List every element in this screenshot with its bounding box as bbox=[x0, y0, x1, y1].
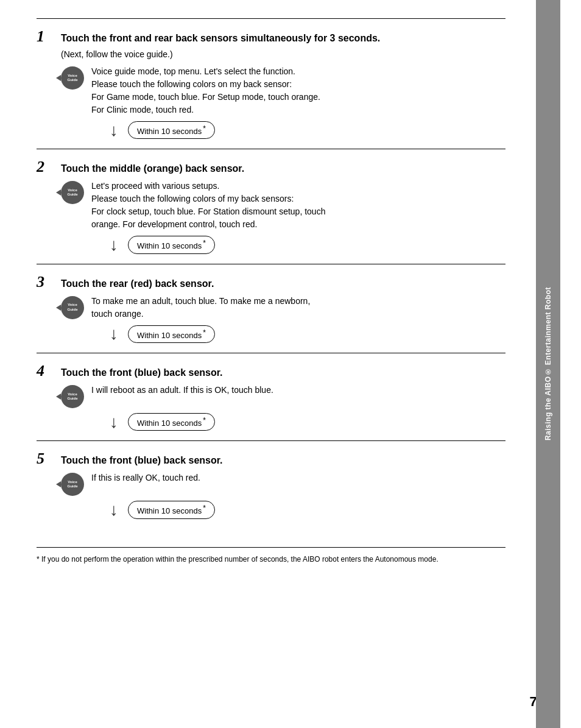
step-1-time-label: Within 10 seconds bbox=[137, 127, 202, 136]
step-1-voice-line-4: For Clinic mode, touch red. bbox=[91, 104, 320, 116]
voice-guide-icon-1: VoiceGuide bbox=[61, 66, 84, 90]
step-4-asterisk: * bbox=[203, 416, 206, 425]
step-1-asterisk: * bbox=[203, 124, 206, 133]
step-4-time-badge: Within 10 seconds* bbox=[128, 413, 215, 431]
voice-guide-icon-3: VoiceGuide bbox=[61, 296, 84, 319]
step-4-time-label: Within 10 seconds bbox=[137, 419, 202, 428]
step-5-voice-line-1: If this is really OK, touch red. bbox=[91, 472, 200, 484]
step-4-voice-line-1: I will reboot as an adult. If this is OK… bbox=[91, 384, 273, 397]
step-2-voice-line-2: Please touch the following colors of my … bbox=[91, 193, 325, 205]
footer-note: * If you do not perform the operation wi… bbox=[37, 554, 505, 565]
step-2-time-badge: Within 10 seconds* bbox=[128, 236, 215, 253]
step-3-time-badge: Within 10 seconds* bbox=[128, 325, 215, 343]
step-3-voice-line-2: touch orange. bbox=[91, 308, 310, 320]
voice-icon-label-3: VoiceGuide bbox=[67, 303, 77, 311]
sidebar-label: Raising the AIBO® Entertainment Robot bbox=[544, 287, 552, 440]
voice-icon-label-5: VoiceGuide bbox=[67, 480, 77, 489]
step-2-time-label: Within 10 seconds bbox=[137, 242, 202, 251]
step-2-header: 2 Touch the middle (orange) back sensor. bbox=[37, 159, 505, 175]
voice-icon-label-1: VoiceGuide bbox=[67, 74, 77, 82]
step-3-down-arrow: ↓ bbox=[110, 325, 118, 342]
step-3-number: 3 bbox=[37, 274, 55, 290]
step-1-voice-line-2: Please touch the following colors on my … bbox=[91, 78, 320, 91]
step-5-voice-row: VoiceGuide If this is really OK, touch r… bbox=[61, 472, 505, 496]
step-1-number: 1 bbox=[37, 29, 55, 44]
voice-guide-icon-2: VoiceGuide bbox=[61, 181, 84, 204]
step-5-time-label: Within 10 seconds bbox=[137, 507, 202, 516]
step-2-voice-line-3: For clock setup, touch blue. For Station… bbox=[91, 205, 325, 218]
step-2-voice-row: VoiceGuide Let's proceed with various se… bbox=[61, 180, 505, 231]
voice-guide-icon-4: VoiceGuide bbox=[61, 385, 84, 408]
step-5-number: 5 bbox=[37, 451, 55, 467]
step-3-voice-row: VoiceGuide To make me an adult, touch bl… bbox=[61, 295, 505, 320]
step-2-section: 2 Touch the middle (orange) back sensor.… bbox=[37, 149, 505, 263]
step-3-arrow-row: ↓ Within 10 seconds* bbox=[110, 325, 505, 343]
step-3-header: 3 Touch the rear (red) back sensor. bbox=[37, 274, 505, 290]
step-4-number: 4 bbox=[37, 363, 55, 379]
step-5-arrow-row: ↓ Within 10 seconds* bbox=[110, 501, 505, 518]
step-2-voice-lines: Let's proceed with various setups. Pleas… bbox=[91, 180, 325, 231]
step-4-voice-row: VoiceGuide I will reboot as an adult. If… bbox=[61, 384, 505, 408]
step-3-voice-line-1: To make me an adult, touch blue. To make… bbox=[91, 295, 310, 308]
voice-icon-label-4: VoiceGuide bbox=[67, 392, 77, 401]
voice-guide-icon-5: VoiceGuide bbox=[61, 473, 84, 496]
step-4-voice-lines: I will reboot as an adult. If this is OK… bbox=[91, 384, 273, 397]
step-5-voice-lines: If this is really OK, touch red. bbox=[91, 472, 200, 484]
step-5-title: Touch the front (blue) back sensor. bbox=[61, 455, 223, 466]
step-5-time-badge: Within 10 seconds* bbox=[128, 501, 215, 518]
step-1-section: 1 Touch the front and rear back sensors … bbox=[37, 18, 505, 149]
step-5-section: 5 Touch the front (blue) back sensor. Vo… bbox=[37, 440, 505, 528]
step-1-subtitle: (Next, follow the voice guide.) bbox=[61, 49, 505, 59]
step-1-voice-line-3: For Game mode, touch blue. For Setup mod… bbox=[91, 91, 320, 104]
step-1-header: 1 Touch the front and rear back sensors … bbox=[37, 29, 505, 44]
step-5-asterisk: * bbox=[203, 504, 206, 512]
step-1-down-arrow: ↓ bbox=[110, 122, 118, 139]
step-1-voice-lines: Voice guide mode, top menu. Let's select… bbox=[91, 65, 320, 116]
step-3-time-label: Within 10 seconds bbox=[137, 331, 202, 340]
step-2-arrow-row: ↓ Within 10 seconds* bbox=[110, 236, 505, 253]
step-2-title: Touch the middle (orange) back sensor. bbox=[61, 163, 244, 174]
step-4-header: 4 Touch the front (blue) back sensor. bbox=[37, 363, 505, 379]
step-5-header: 5 Touch the front (blue) back sensor. bbox=[37, 451, 505, 467]
step-3-voice-lines: To make me an adult, touch blue. To make… bbox=[91, 295, 310, 320]
page-wrapper: 1 Touch the front and rear back sensors … bbox=[0, 0, 581, 728]
step-4-down-arrow: ↓ bbox=[110, 414, 118, 431]
step-4-title: Touch the front (blue) back sensor. bbox=[61, 367, 223, 378]
step-2-number: 2 bbox=[37, 159, 55, 175]
voice-icon-label-2: VoiceGuide bbox=[67, 188, 77, 197]
step-1-title: Touch the front and rear back sensors si… bbox=[61, 33, 380, 44]
step-2-down-arrow: ↓ bbox=[110, 236, 118, 253]
sidebar: Raising the AIBO® Entertainment Robot bbox=[536, 0, 560, 728]
step-3-section: 3 Touch the rear (red) back sensor. Voic… bbox=[37, 264, 505, 353]
step-1-voice-line-1: Voice guide mode, top menu. Let's select… bbox=[91, 65, 320, 78]
step-2-voice-line-1: Let's proceed with various setups. bbox=[91, 180, 325, 193]
main-content: 1 Touch the front and rear back sensors … bbox=[0, 0, 536, 728]
step-2-voice-line-4: orange. For development control, touch r… bbox=[91, 218, 325, 231]
step-3-title: Touch the rear (red) back sensor. bbox=[61, 278, 214, 289]
step-4-section: 4 Touch the front (blue) back sensor. Vo… bbox=[37, 353, 505, 440]
step-1-voice-row: VoiceGuide Voice guide mode, top menu. L… bbox=[61, 65, 505, 116]
step-5-down-arrow: ↓ bbox=[110, 501, 118, 518]
step-2-asterisk: * bbox=[203, 239, 206, 247]
step-4-arrow-row: ↓ Within 10 seconds* bbox=[110, 413, 505, 431]
step-1-time-badge: Within 10 seconds* bbox=[128, 121, 215, 139]
step-3-asterisk: * bbox=[203, 328, 206, 337]
footer-section: * If you do not perform the operation wi… bbox=[37, 547, 505, 565]
step-1-arrow-row: ↓ Within 10 seconds* bbox=[110, 121, 505, 139]
